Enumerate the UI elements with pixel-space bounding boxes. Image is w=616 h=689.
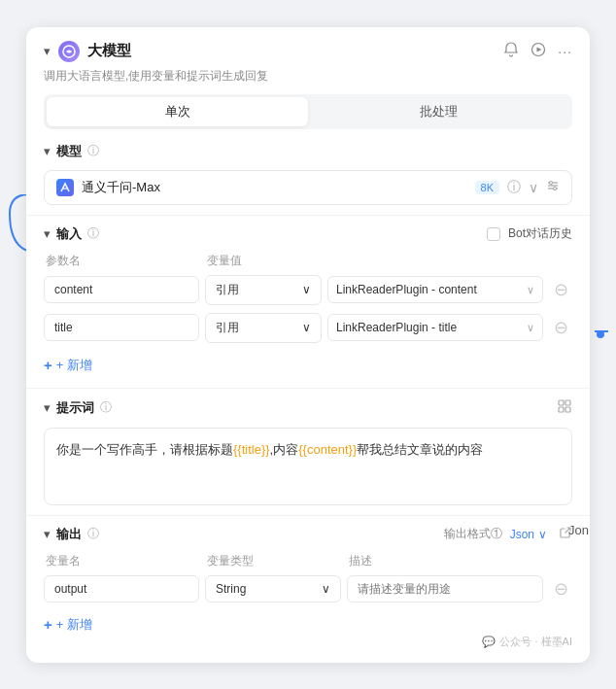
- output-collapse-icon[interactable]: ▾: [44, 527, 51, 541]
- input-section-header: ▾ 输入 ⓘ Bot对话历史: [44, 225, 572, 243]
- output-add-button[interactable]: + + 新增: [44, 612, 92, 637]
- model-chevron-icon[interactable]: ∨: [529, 180, 538, 195]
- input-remove-content[interactable]: ⊖: [549, 281, 572, 298]
- prompt-var-content: {{content}}: [298, 442, 357, 457]
- input-info-icon[interactable]: ⓘ: [87, 225, 99, 242]
- model-badge: 8K: [475, 181, 499, 194]
- prompt-section: ▾ 提示词 ⓘ 你是一个写作高手，请根据标题{{title}},内容{{cont…: [26, 398, 590, 505]
- svg-marker-3: [537, 48, 542, 52]
- svg-rect-10: [565, 400, 570, 405]
- header-actions: ···: [503, 42, 572, 60]
- page-title: 大模型: [87, 42, 496, 60]
- main-card: ▾ 大模型 ··· 调用大语言模型,使用变量和提示词生成回复 单次 批处理: [26, 27, 590, 663]
- input-section: ▾ 输入 ⓘ Bot对话历史 参数名 变量值 引用 ∨: [26, 225, 590, 378]
- prompt-text-static-3: 帮我总结文章说的内容: [357, 442, 483, 457]
- output-section-header: ▾ 输出 ⓘ 输出格式① Json ∨: [44, 526, 572, 543]
- output-type-value: String: [216, 582, 246, 596]
- svg-rect-11: [559, 407, 564, 412]
- input-add-button[interactable]: + + 新增: [44, 353, 92, 378]
- model-info-icon[interactable]: ⓘ: [87, 143, 99, 159]
- model-settings-icon[interactable]: [546, 179, 560, 195]
- prompt-text-static-2: ,内容: [270, 442, 299, 457]
- model-name-label: 通义千问-Max: [82, 179, 467, 196]
- collapse-icon[interactable]: ▾: [44, 44, 51, 58]
- prompt-info-icon[interactable]: ⓘ: [100, 399, 112, 416]
- svg-point-8: [554, 188, 557, 190]
- input-type-content-value: 引用: [216, 282, 239, 298]
- more-icon[interactable]: ···: [558, 44, 572, 59]
- model-info-detail-icon[interactable]: ⓘ: [507, 179, 521, 196]
- input-value-content-chevron[interactable]: ∨: [519, 278, 542, 302]
- output-col-var-type: 变量类型: [207, 553, 343, 569]
- input-row-2: 引用 ∨ LinkReaderPlugin - title ∨ ⊖: [44, 313, 572, 343]
- input-type-title-chevron: ∨: [302, 321, 311, 334]
- input-value-title-chevron[interactable]: ∨: [519, 316, 542, 340]
- input-add-label: + 新增: [56, 357, 92, 374]
- model-collapse-icon[interactable]: ▾: [44, 144, 51, 158]
- output-section: ▾ 输出 ⓘ 输出格式① Json ∨ 变量名 变量类型: [26, 526, 590, 637]
- tab-batch[interactable]: 批处理: [308, 97, 569, 126]
- input-type-title[interactable]: 引用 ∨: [205, 313, 322, 343]
- card-header: ▾ 大模型 ···: [26, 27, 590, 68]
- output-description-field[interactable]: [347, 575, 543, 603]
- output-section-label: 输出: [56, 526, 82, 543]
- model-logo-icon: [58, 41, 80, 62]
- prompt-collapse-icon[interactable]: ▾: [44, 400, 51, 415]
- output-remove-button[interactable]: ⊖: [549, 580, 572, 598]
- input-value-content-container: LinkReaderPlugin - content ∨: [327, 276, 543, 303]
- prompt-var-title: {{title}}: [233, 442, 270, 457]
- input-table-header: 参数名 变量值: [44, 253, 572, 269]
- output-add-label: + 新增: [56, 616, 92, 634]
- input-row-1: 引用 ∨ LinkReaderPlugin - content ∨ ⊖: [44, 275, 572, 305]
- model-section: ▾ 模型 ⓘ 通义千问-Max 8K ⓘ ∨: [26, 143, 590, 205]
- input-collapse-icon[interactable]: ▾: [44, 226, 51, 241]
- input-param-title[interactable]: [44, 314, 199, 341]
- bot-history-checkbox[interactable]: [487, 227, 500, 241]
- output-section-right: 输出格式① Json ∨: [444, 526, 572, 542]
- model-brand-icon: [56, 179, 74, 196]
- output-col-var-name: 变量名: [46, 553, 201, 569]
- input-param-content[interactable]: [44, 276, 199, 303]
- output-type-selector[interactable]: String ∨: [205, 575, 341, 603]
- input-type-title-value: 引用: [216, 320, 239, 336]
- output-format-chevron: ∨: [538, 528, 547, 541]
- input-type-content-chevron: ∨: [302, 283, 311, 296]
- watermark-icon: 💬: [482, 636, 496, 648]
- output-var-name[interactable]: [44, 575, 199, 603]
- tabs-row: 单次 批处理: [44, 94, 572, 129]
- model-row-icons: ⓘ ∨: [507, 179, 560, 196]
- prompt-section-right: [557, 398, 572, 418]
- card-subtitle: 调用大语言模型,使用变量和提示词生成回复: [26, 68, 590, 94]
- output-format-value: Json: [510, 528, 534, 541]
- model-selector[interactable]: 通义千问-Max 8K ⓘ ∨: [44, 170, 572, 205]
- input-value-title: LinkReaderPlugin - title: [328, 315, 519, 340]
- bot-history-label: Bot对话历史: [508, 225, 572, 242]
- alert-icon[interactable]: [503, 42, 519, 60]
- input-type-content[interactable]: 引用 ∨: [205, 275, 322, 305]
- watermark-text: 公众号 · 槿墨AI: [499, 635, 572, 649]
- input-section-right: Bot对话历史: [487, 225, 572, 242]
- output-col-description: 描述: [349, 553, 541, 569]
- play-icon[interactable]: [530, 42, 546, 60]
- input-remove-title[interactable]: ⊖: [549, 319, 572, 336]
- connector-label-jon: Jon: [568, 523, 589, 537]
- output-format-selector[interactable]: Json ∨: [510, 528, 547, 541]
- model-section-header: ▾ 模型 ⓘ: [44, 143, 572, 160]
- prompt-text-static-1: 你是一个写作高手，请根据标题: [56, 442, 233, 457]
- svg-point-7: [550, 182, 553, 185]
- input-section-label: 输入: [56, 225, 82, 243]
- model-section-label: 模型: [56, 143, 82, 160]
- output-add-plus-icon: +: [44, 616, 52, 633]
- svg-rect-12: [565, 407, 570, 412]
- col-variable-type: 变量值: [207, 253, 541, 269]
- watermark: 💬 公众号 · 槿墨AI: [482, 635, 572, 649]
- input-add-plus-icon: +: [44, 357, 52, 373]
- prompt-text-box[interactable]: 你是一个写作高手，请根据标题{{title}},内容{{content}}帮我总…: [44, 428, 572, 505]
- tab-single[interactable]: 单次: [47, 97, 308, 126]
- input-value-title-container: LinkReaderPlugin - title ∨: [327, 314, 543, 341]
- output-col-header: 变量名 变量类型 描述: [44, 553, 572, 569]
- input-value-content: LinkReaderPlugin - content: [328, 277, 519, 302]
- prompt-template-icon[interactable]: [557, 398, 572, 418]
- output-info-icon[interactable]: ⓘ: [87, 526, 99, 542]
- output-type-chevron: ∨: [322, 582, 330, 596]
